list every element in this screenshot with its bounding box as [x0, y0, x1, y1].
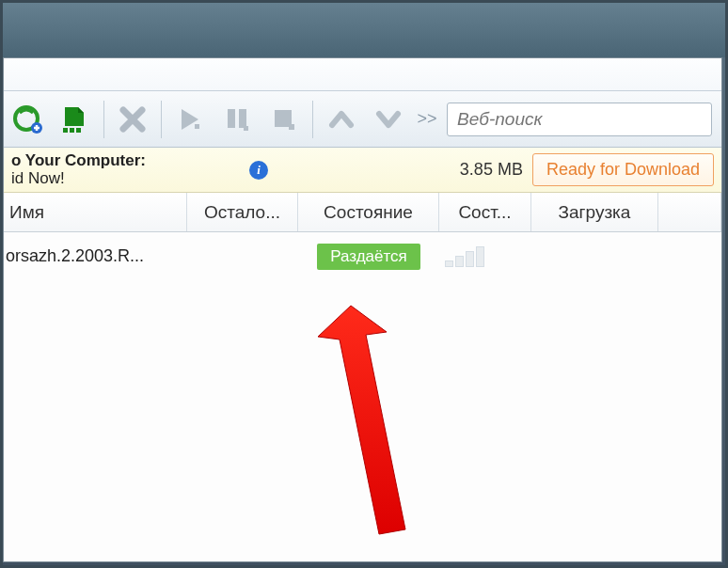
- cell-download: [531, 232, 658, 280]
- start-icon: [176, 105, 204, 134]
- header-state[interactable]: Состояние: [298, 193, 439, 231]
- add-link-icon: [12, 103, 44, 135]
- titlebar[interactable]: [3, 3, 725, 57]
- table-row[interactable]: orsazh.2.2003.R... Раздаётся: [4, 232, 721, 281]
- signal-bars-icon: [445, 246, 484, 267]
- add-link-button[interactable]: [6, 98, 51, 141]
- svg-rect-3: [70, 128, 74, 133]
- cell-name: orsazh.2.2003.R...: [4, 232, 187, 280]
- header-download[interactable]: Загрузка: [531, 193, 658, 231]
- window-top-bar: [4, 58, 721, 91]
- column-headers: Имя Остало... Состояние Сост... Загрузка: [4, 193, 721, 232]
- cell-status: [439, 232, 531, 280]
- stop-button[interactable]: [261, 98, 307, 141]
- stop-icon: [270, 105, 298, 134]
- move-down-icon: [375, 106, 402, 133]
- svg-rect-7: [239, 109, 246, 128]
- toolbar: >>: [4, 91, 721, 148]
- banner-size: 3.85 MB: [460, 160, 523, 180]
- add-torrent-icon: [59, 103, 91, 135]
- start-button[interactable]: [167, 98, 213, 141]
- window-frame: >> o Your Computer: id Now! i 3.85 MB Re…: [0, 0, 728, 568]
- svg-rect-2: [63, 128, 68, 133]
- svg-rect-4: [76, 128, 81, 133]
- toolbar-overflow[interactable]: >>: [413, 109, 441, 129]
- remove-button[interactable]: [110, 98, 155, 141]
- pause-icon: [223, 105, 251, 134]
- info-icon: i: [249, 161, 268, 180]
- banner-line1: o Your Computer:: [11, 152, 146, 170]
- pause-button[interactable]: [214, 98, 260, 141]
- search-input[interactable]: [447, 103, 712, 136]
- svg-rect-8: [244, 126, 248, 131]
- banner-text: o Your Computer: id Now!: [11, 152, 146, 187]
- app-window: >> o Your Computer: id Now! i 3.85 MB Re…: [3, 57, 722, 562]
- ready-download-button[interactable]: Ready for Download: [532, 153, 714, 186]
- svg-rect-5: [195, 124, 199, 129]
- toolbar-separator: [161, 101, 162, 138]
- add-torrent-button[interactable]: [53, 98, 98, 141]
- banner-line2: id Now!: [11, 170, 146, 188]
- move-down-button[interactable]: [366, 98, 411, 141]
- move-up-button[interactable]: [319, 98, 364, 141]
- move-up-icon: [328, 106, 355, 133]
- header-name[interactable]: Имя: [4, 193, 187, 231]
- toolbar-separator: [312, 101, 313, 138]
- remove-icon: [119, 105, 147, 134]
- state-badge: Раздаётся: [317, 244, 420, 270]
- header-remaining[interactable]: Остало...: [187, 193, 298, 231]
- notification-banner: o Your Computer: id Now! i 3.85 MB Ready…: [4, 148, 721, 193]
- cell-state: Раздаётся: [298, 232, 439, 280]
- header-extra[interactable]: [658, 193, 721, 231]
- toolbar-separator: [103, 101, 104, 138]
- svg-rect-10: [289, 124, 294, 130]
- svg-rect-6: [228, 109, 235, 128]
- header-status[interactable]: Сост...: [439, 193, 531, 231]
- cell-remaining: [187, 232, 298, 280]
